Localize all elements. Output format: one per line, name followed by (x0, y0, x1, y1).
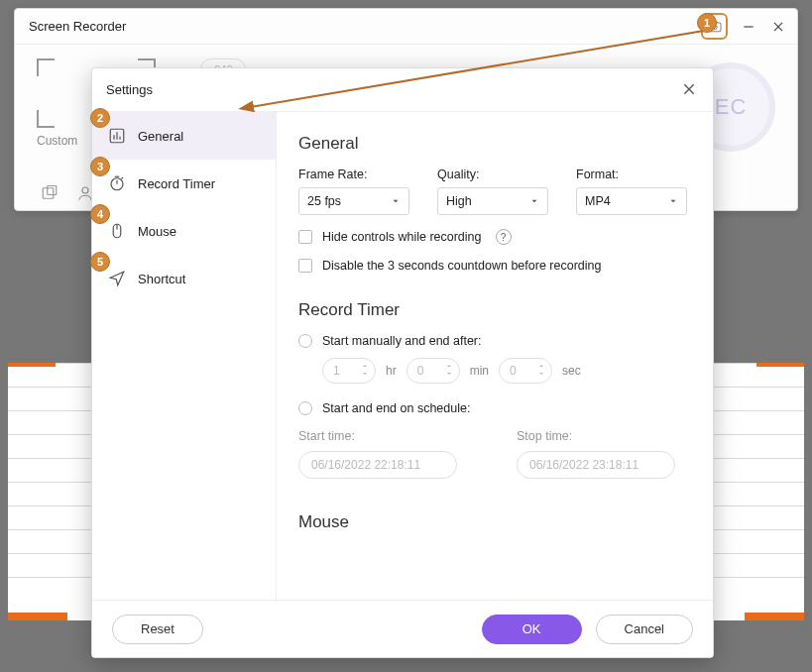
settings-sidebar: General Record Timer Mouse Shortcut (92, 112, 277, 600)
min-unit: min (470, 364, 489, 378)
manual-end-label: Start manually and end after: (322, 334, 482, 348)
svg-rect-6 (48, 186, 57, 195)
quality-label: Quality: (437, 168, 548, 181)
record-timer-heading: Record Timer (298, 300, 691, 320)
frame-rate-label: Frame Rate: (298, 168, 409, 181)
disable-countdown-label: Disable the 3 seconds countdown before r… (322, 259, 601, 273)
sec-unit: sec (562, 364, 581, 378)
window-title: Screen Recorder (29, 19, 126, 34)
sidebar-item-record-timer[interactable]: Record Timer (92, 160, 276, 207)
minimize-icon (742, 20, 755, 34)
general-heading: General (298, 134, 691, 154)
stop-time-input[interactable]: 06/16/2022 23:18:11 (517, 451, 675, 479)
hide-controls-checkbox[interactable] (298, 230, 312, 244)
sidebar-item-label: Record Timer (138, 176, 215, 191)
sidebar-item-general[interactable]: General (92, 112, 276, 160)
format-label: Format: (576, 168, 687, 181)
svg-point-7 (82, 187, 88, 193)
start-time-input[interactable]: 06/16/2022 22:18:11 (298, 451, 457, 479)
capture-icon[interactable] (41, 184, 58, 202)
settings-footer: Reset OK Cancel (92, 600, 713, 657)
annotation-badge-4: 4 (90, 204, 110, 224)
cancel-button[interactable]: Cancel (596, 615, 693, 644)
reset-button[interactable]: Reset (112, 615, 203, 644)
quality-select[interactable]: High (437, 187, 548, 215)
annotation-badge-3: 3 (90, 157, 110, 176)
annotation-badge-5: 5 (90, 252, 110, 272)
close-icon (681, 81, 697, 97)
annotation-badge-2: 2 (90, 108, 110, 128)
stopwatch-icon (108, 174, 126, 192)
settings-dialog: Settings General Record Timer Mouse Shor… (91, 67, 714, 658)
bars-icon (108, 127, 126, 145)
ok-button[interactable]: OK (482, 615, 582, 644)
send-icon (108, 270, 126, 287)
help-icon[interactable]: ? (496, 229, 512, 245)
sidebar-item-label: Mouse (138, 224, 176, 239)
settings-close-button[interactable] (681, 81, 699, 99)
sidebar-item-label: General (138, 129, 183, 144)
format-select[interactable]: MP4 (576, 187, 687, 215)
stop-time-label: Stop time: (517, 429, 675, 443)
settings-title: Settings (106, 82, 153, 97)
close-button[interactable] (769, 18, 787, 36)
settings-content: General Frame Rate: 25 fps Quality: High (277, 112, 713, 600)
close-icon (771, 20, 785, 34)
settings-header: Settings (92, 68, 713, 112)
titlebar: Screen Recorder (15, 9, 797, 45)
hr-unit: hr (386, 364, 397, 378)
hide-controls-label: Hide controls while recording (322, 230, 482, 244)
schedule-label: Start and end on schedule: (322, 401, 470, 415)
mouse-heading: Mouse (298, 512, 691, 532)
manual-end-radio[interactable] (298, 334, 312, 348)
sidebar-item-mouse[interactable]: Mouse (92, 207, 276, 255)
chevron-down-icon (529, 196, 539, 206)
seconds-input[interactable]: 0 (499, 358, 552, 384)
svg-line-17 (122, 177, 124, 179)
svg-rect-5 (43, 188, 54, 199)
sidebar-item-shortcut[interactable]: Shortcut (92, 255, 276, 302)
annotation-badge-1: 1 (697, 13, 717, 33)
mouse-icon (108, 222, 126, 240)
disable-countdown-checkbox[interactable] (298, 259, 312, 273)
frame-rate-select[interactable]: 25 fps (298, 187, 409, 215)
minutes-input[interactable]: 0 (406, 358, 460, 384)
chevron-down-icon (668, 196, 678, 206)
start-time-label: Start time: (298, 429, 457, 443)
schedule-radio[interactable] (298, 401, 312, 415)
hours-input[interactable]: 1 (322, 358, 376, 384)
minimize-button[interactable] (740, 18, 757, 36)
sidebar-item-label: Shortcut (138, 272, 185, 286)
chevron-down-icon (391, 196, 401, 206)
